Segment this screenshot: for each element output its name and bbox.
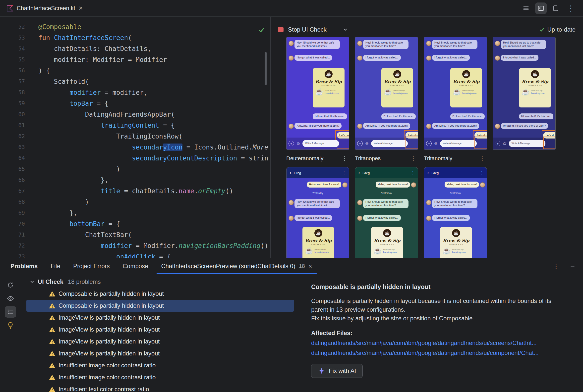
chat-bubble: Hey! Should we go to that cafe you menti… bbox=[363, 40, 409, 49]
problem-group-row[interactable]: UI Check 18 problems bbox=[21, 276, 301, 288]
tab-close-icon[interactable]: × bbox=[79, 5, 83, 12]
code-text: ) bbox=[25, 196, 270, 208]
stop-ui-check-button[interactable]: Stop UI Check bbox=[288, 26, 327, 33]
kebab-icon[interactable]: ⋮ bbox=[342, 155, 349, 162]
emoji-icon[interactable]: ☺ bbox=[433, 141, 438, 146]
refresh-icon[interactable] bbox=[5, 279, 16, 291]
emoji-icon[interactable]: ☺ bbox=[502, 141, 507, 146]
code-line[interactable]: 62 TrailingIconsRow( bbox=[0, 131, 270, 142]
problem-list-item[interactable]: ImageView is partially hidden in layout bbox=[26, 348, 294, 360]
code-area[interactable]: 52 @Composable 53 fun ChatInterfaceScree… bbox=[0, 22, 270, 258]
code-line[interactable]: 58 modifier = modifier, bbox=[0, 87, 270, 98]
code-line[interactable]: 57 Scaffold( bbox=[0, 76, 270, 87]
cafe-link[interactable]: brew&sip.com bbox=[452, 251, 466, 254]
code-line[interactable]: 73 onAddClick = { bbox=[0, 251, 270, 258]
panel-tab[interactable]: Project Errors bbox=[67, 258, 116, 274]
panel-tab[interactable]: Compose bbox=[116, 258, 155, 274]
inspections-ok-icon[interactable] bbox=[258, 26, 265, 34]
add-icon[interactable]: + bbox=[426, 141, 432, 146]
cafe-link[interactable]: brew&sip.com bbox=[462, 92, 476, 94]
ui-check-preview-phone[interactable]: Hey! Should we go to that cafe you menti… bbox=[355, 37, 418, 150]
preview-eye-icon[interactable] bbox=[5, 293, 16, 304]
kebab-icon[interactable]: ⋮ bbox=[411, 155, 417, 162]
fix-with-ai-button[interactable]: Fix with AI bbox=[311, 364, 363, 378]
cafe-link[interactable]: brew&sip.com bbox=[393, 92, 408, 94]
problem-list-item[interactable]: Insufficient image color contrast ratio bbox=[26, 360, 294, 371]
tab-close-icon[interactable]: × bbox=[309, 263, 312, 270]
kebab-icon[interactable]: ⋮ bbox=[411, 171, 415, 175]
code-line[interactable]: 69 }, bbox=[0, 208, 270, 218]
chevron-down-icon[interactable] bbox=[29, 279, 35, 284]
tool-window-title[interactable]: Problems bbox=[4, 263, 44, 270]
code-line[interactable]: 52 @Composable bbox=[0, 22, 270, 32]
ui-check-preview-phone[interactable]: Hey! Should we go to that cafe you menti… bbox=[286, 37, 349, 150]
code-line[interactable]: 56 ) { bbox=[0, 65, 270, 76]
code-text: ) { bbox=[25, 65, 270, 76]
code-line[interactable]: 63 secondaryIcon = Icons.Outlined.More bbox=[0, 142, 270, 153]
code-line[interactable]: 53 fun ChatInterfaceScreen( bbox=[0, 32, 270, 43]
code-line[interactable]: 67 title = chatDetails.name.orEmpty() bbox=[0, 186, 270, 196]
kebab-icon[interactable]: ⋮ bbox=[479, 155, 486, 162]
code-line[interactable]: 72 modifier = Modifier.navigationBarsPad… bbox=[0, 240, 270, 251]
problem-list-item[interactable]: ImageView is partially hidden in layout bbox=[26, 312, 294, 324]
kebab-icon[interactable]: ⋮ bbox=[342, 171, 346, 175]
back-icon[interactable]: ‹ bbox=[289, 170, 291, 176]
code-line[interactable]: 59 topBar = { bbox=[0, 98, 270, 109]
add-icon[interactable]: + bbox=[288, 141, 294, 146]
back-icon[interactable]: ‹ bbox=[358, 170, 360, 176]
lightbulb-icon[interactable] bbox=[5, 320, 16, 331]
code-line[interactable]: 61 trailingContent = { bbox=[0, 120, 270, 131]
code-line[interactable]: 55 modifier: Modifier = Modifier bbox=[0, 54, 270, 65]
affected-file-link[interactable]: datingandfriends/src/main/java/com/ibm/g… bbox=[311, 340, 573, 346]
list-view-icon[interactable] bbox=[5, 306, 16, 318]
problem-list-item[interactable]: Composable is partially hidden in layout bbox=[26, 288, 294, 300]
back-icon[interactable]: ‹ bbox=[427, 170, 429, 176]
cafe-link[interactable]: brew&sip.com bbox=[383, 251, 397, 254]
code-line[interactable]: 65 ) bbox=[0, 164, 270, 174]
ui-check-preview-phone[interactable]: Hey! Should we go to that cafe you menti… bbox=[424, 37, 487, 150]
cafe-link[interactable]: brew&sip.com bbox=[531, 92, 545, 94]
code-line[interactable]: 66 }, bbox=[0, 174, 270, 186]
editor-scrollbar[interactable] bbox=[265, 52, 267, 85]
stop-icon[interactable] bbox=[278, 27, 283, 32]
structure-menu-icon[interactable] bbox=[520, 2, 532, 14]
panel-tab[interactable]: ChatInterfaceScreenPreview (sortedChatDe… bbox=[155, 258, 319, 274]
code-editor-pane[interactable]: 52 @Composable 53 fun ChatInterfaceScree… bbox=[0, 17, 270, 258]
emoji-icon[interactable]: ☺ bbox=[296, 141, 301, 146]
ui-check-preview-phone[interactable]: ‹ Greg ⋮ Haha, next time for sure! Yeste… bbox=[286, 167, 349, 258]
cafe-link[interactable]: brew&sip.com bbox=[325, 92, 339, 94]
avatar bbox=[480, 182, 485, 188]
message-input[interactable]: Write A Message bbox=[509, 140, 545, 147]
code-line[interactable]: 60 DatingAndFriendsAppBar( bbox=[0, 109, 270, 120]
ui-check-preview-phone[interactable]: Hey! Should we go to that cafe you menti… bbox=[493, 37, 556, 150]
code-line[interactable]: 54 chatDetails: ChatDetails, bbox=[0, 43, 270, 54]
message-input[interactable]: Write A Message bbox=[371, 140, 408, 147]
kebab-icon[interactable]: ⋮ bbox=[480, 171, 484, 175]
affected-file-link[interactable]: datingandfriends/src/main/java/com/ibm/g… bbox=[311, 350, 573, 356]
panel-options-icon[interactable]: ⋮ bbox=[553, 262, 559, 270]
message-input[interactable]: Write A Message bbox=[440, 140, 477, 147]
ui-check-preview-phone[interactable]: ‹ Greg ⋮ Haha, next time for sure! Yeste… bbox=[424, 167, 487, 258]
cafe-link[interactable]: brew&sip.com bbox=[315, 251, 329, 254]
code-line[interactable]: 71 ChatTextBar( bbox=[0, 229, 270, 240]
code-line[interactable]: 70 bottomBar = { bbox=[0, 218, 270, 229]
add-icon[interactable]: + bbox=[495, 141, 500, 146]
problem-list-item[interactable]: Composable is partially hidden in layout bbox=[26, 300, 294, 312]
problem-list-item[interactable]: Insufficient image color contrast ratio bbox=[26, 371, 294, 383]
chevron-down-icon[interactable] bbox=[343, 27, 348, 32]
problem-list-item[interactable]: ImageView is partially hidden in layout bbox=[26, 324, 294, 336]
editor-tab[interactable]: ChatInterfaceScreen.kt × bbox=[0, 0, 89, 16]
code-line[interactable]: 68 ) bbox=[0, 196, 270, 208]
code-line[interactable]: 64 secondaryContentDescription = strin bbox=[0, 153, 270, 164]
problem-list-item[interactable]: ImageView is partially hidden in layout bbox=[26, 336, 294, 348]
panel-tab[interactable]: File bbox=[44, 258, 67, 274]
minimize-icon[interactable] bbox=[569, 263, 575, 269]
ui-check-preview-phone[interactable]: ‹ Greg ⋮ Haha, next time for sure! Yeste… bbox=[355, 167, 418, 258]
device-preview-icon[interactable] bbox=[550, 2, 561, 14]
message-input[interactable]: Write A Message bbox=[303, 140, 339, 147]
add-icon[interactable]: + bbox=[357, 141, 363, 146]
kebab-menu-icon[interactable]: ⋮ bbox=[565, 2, 576, 14]
emoji-icon[interactable]: ☺ bbox=[364, 141, 369, 146]
problem-list-item[interactable]: Insufficient text color contrast ratio bbox=[26, 383, 294, 392]
split-preview-layout-icon[interactable] bbox=[535, 2, 547, 14]
